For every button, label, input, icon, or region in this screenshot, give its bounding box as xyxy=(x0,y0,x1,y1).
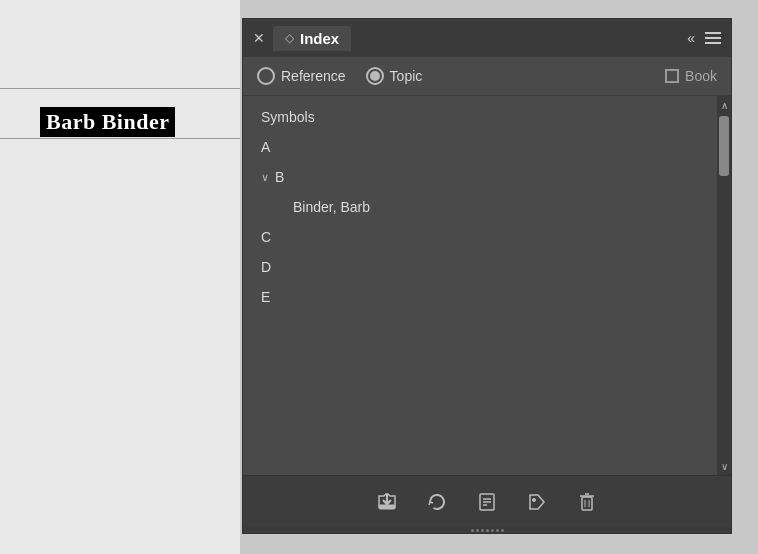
svg-rect-7 xyxy=(582,497,592,510)
refresh-icon xyxy=(426,491,448,513)
list-item[interactable]: ∨ B xyxy=(243,162,717,192)
titlebar-left: ✕ ◇ Index xyxy=(253,26,351,51)
tag-button[interactable] xyxy=(522,489,552,515)
reference-label: Reference xyxy=(281,68,346,84)
book-label: Book xyxy=(685,68,717,84)
topic-radio[interactable] xyxy=(366,67,384,85)
topic-label: Topic xyxy=(390,68,423,84)
resize-dots xyxy=(471,529,504,532)
import-button[interactable] xyxy=(372,489,402,515)
page-background: Barb Binder xyxy=(0,0,240,554)
resize-handle[interactable] xyxy=(243,527,731,533)
resize-dot xyxy=(471,529,474,532)
panel-toolbar xyxy=(243,475,731,527)
menu-line-2 xyxy=(705,37,721,39)
item-label: Symbols xyxy=(261,109,315,125)
list-item[interactable]: C xyxy=(243,222,717,252)
delete-icon xyxy=(576,491,598,513)
list-item[interactable]: D xyxy=(243,252,717,282)
list-item[interactable]: Binder, Barb xyxy=(243,192,717,222)
item-label: Binder, Barb xyxy=(293,199,370,215)
delete-button[interactable] xyxy=(572,489,602,515)
panel-title-tab: ◇ Index xyxy=(273,26,351,51)
page-reference-button[interactable] xyxy=(472,489,502,515)
panel-titlebar: ✕ ◇ Index « xyxy=(243,19,731,57)
panel-menu-button[interactable] xyxy=(705,32,721,44)
menu-line-1 xyxy=(705,32,721,34)
list-item[interactable]: Symbols xyxy=(243,102,717,132)
menu-line-3 xyxy=(705,42,721,44)
item-label: C xyxy=(261,229,271,245)
import-icon xyxy=(376,491,398,513)
resize-dot xyxy=(486,529,489,532)
book-checkbox-group[interactable]: Book xyxy=(665,68,717,84)
index-list: Symbols A ∨ B Binder, Barb C D E xyxy=(243,96,717,475)
diamond-icon: ◇ xyxy=(285,31,294,46)
collapse-button[interactable]: « xyxy=(687,30,695,46)
refresh-button[interactable] xyxy=(422,489,452,515)
reference-radio[interactable] xyxy=(257,67,275,85)
scrollbar-up-arrow[interactable]: ∧ xyxy=(719,100,729,110)
item-label: E xyxy=(261,289,270,305)
svg-point-6 xyxy=(533,498,536,501)
scrollbar-down-arrow[interactable]: ∨ xyxy=(719,461,729,471)
book-checkbox[interactable] xyxy=(665,69,679,83)
item-label: B xyxy=(275,169,284,185)
close-button[interactable]: ✕ xyxy=(253,31,265,45)
item-label: A xyxy=(261,139,270,155)
scrollbar-track: ∧ ∨ xyxy=(717,96,731,475)
reference-radio-group[interactable]: Reference xyxy=(257,67,346,85)
resize-dot xyxy=(501,529,504,532)
tag-icon xyxy=(526,491,548,513)
resize-dot xyxy=(496,529,499,532)
resize-dot xyxy=(491,529,494,532)
page-line-bottom xyxy=(0,138,240,139)
list-item[interactable]: A xyxy=(243,132,717,162)
chevron-icon: ∨ xyxy=(261,171,269,184)
resize-dot xyxy=(476,529,479,532)
page-reference-icon xyxy=(476,491,498,513)
titlebar-right: « xyxy=(687,30,721,46)
scrollbar-thumb[interactable] xyxy=(719,116,729,176)
list-item[interactable]: E xyxy=(243,282,717,312)
page-text-label: Barb Binder xyxy=(40,107,175,137)
panel-title: Index xyxy=(300,30,339,47)
resize-dot xyxy=(481,529,484,532)
topic-radio-fill xyxy=(370,71,380,81)
page-line-top xyxy=(0,88,240,89)
item-label: D xyxy=(261,259,271,275)
index-list-container: Symbols A ∨ B Binder, Barb C D E xyxy=(243,96,731,475)
index-panel: ✕ ◇ Index « Reference xyxy=(242,18,732,534)
panel-controls: Reference Topic Book xyxy=(243,57,731,96)
topic-radio-group[interactable]: Topic xyxy=(366,67,423,85)
